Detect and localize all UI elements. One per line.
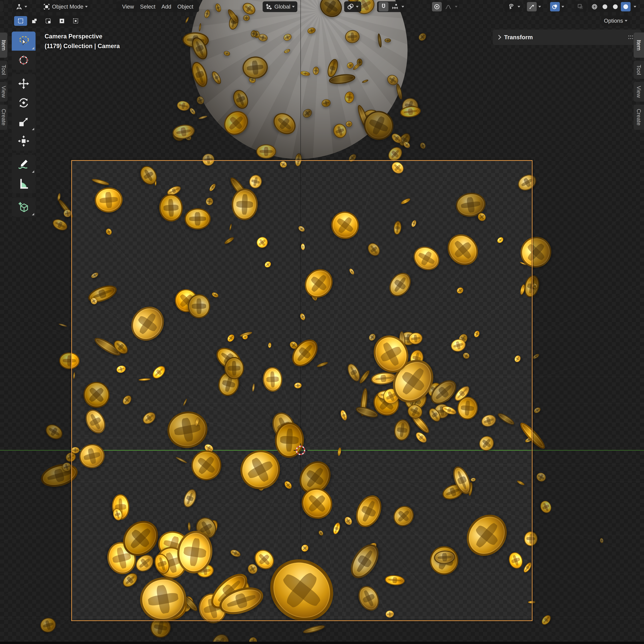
tab-item-left[interactable]: Item bbox=[0, 33, 7, 58]
gold-coin[interactable] bbox=[395, 83, 403, 100]
gold-coin[interactable] bbox=[43, 421, 65, 442]
tab-tool-left[interactable]: Tool bbox=[0, 61, 7, 79]
add-cube-tool[interactable] bbox=[12, 198, 36, 217]
gold-coin[interactable] bbox=[196, 95, 205, 106]
gold-coin[interactable] bbox=[538, 499, 553, 515]
chevron-down-icon bbox=[85, 6, 88, 8]
overlays-toggle-button[interactable] bbox=[550, 2, 560, 11]
annotate-tool[interactable] bbox=[12, 155, 36, 174]
shading-wireframe-button[interactable] bbox=[590, 2, 599, 11]
visibility-dropdown[interactable] bbox=[504, 1, 522, 12]
gold-coin[interactable] bbox=[282, 33, 292, 42]
gold-coin[interactable] bbox=[533, 406, 542, 414]
gold-coin[interactable] bbox=[377, 33, 382, 48]
editor-type-button[interactable] bbox=[13, 1, 30, 12]
tab-view-left[interactable]: View bbox=[0, 82, 7, 102]
gold-coin[interactable] bbox=[243, 15, 250, 21]
snap-toggle-button[interactable] bbox=[379, 2, 388, 11]
gold-coin[interactable] bbox=[241, 55, 269, 80]
editor-bottom-border bbox=[0, 642, 644, 644]
gold-coin[interactable] bbox=[540, 613, 552, 626]
gizmos-toggle-button[interactable] bbox=[527, 2, 537, 11]
camera-frame[interactable] bbox=[71, 160, 532, 621]
cursor-tool[interactable] bbox=[12, 51, 36, 70]
options-dropdown[interactable]: Options bbox=[601, 15, 630, 26]
gold-coin[interactable] bbox=[189, 60, 210, 89]
gold-coin[interactable] bbox=[307, 27, 316, 35]
tab-tool[interactable]: Tool bbox=[634, 61, 644, 79]
menu-view[interactable]: View bbox=[119, 4, 137, 10]
gold-coin[interactable] bbox=[189, 107, 196, 116]
gold-coin[interactable] bbox=[535, 471, 547, 483]
gold-coin[interactable] bbox=[231, 88, 251, 111]
gold-coin[interactable] bbox=[240, 1, 258, 17]
tab-create[interactable]: Create bbox=[634, 105, 644, 130]
select-mode-invert-button[interactable] bbox=[55, 16, 68, 26]
gold-coin[interactable] bbox=[38, 616, 58, 634]
gold-coin[interactable] bbox=[302, 624, 325, 635]
shading-solid-button[interactable] bbox=[600, 2, 610, 11]
menu-select[interactable]: Select bbox=[137, 4, 158, 10]
gold-coin[interactable] bbox=[352, 62, 361, 71]
menu-object[interactable]: Object bbox=[174, 4, 196, 10]
snap-target-icon bbox=[391, 3, 398, 10]
gold-coin[interactable] bbox=[214, 3, 222, 13]
gold-coin[interactable] bbox=[58, 323, 67, 327]
select-mode-extend-button[interactable] bbox=[28, 16, 41, 26]
select-mode-subtract-button[interactable] bbox=[42, 16, 55, 26]
gold-coin[interactable] bbox=[362, 79, 369, 83]
pivot-point-dropdown[interactable] bbox=[344, 1, 361, 12]
gold-coin[interactable] bbox=[345, 121, 353, 127]
gold-coin[interactable] bbox=[176, 100, 191, 112]
gold-coin[interactable] bbox=[199, 23, 202, 31]
gold-coin[interactable] bbox=[204, 9, 211, 19]
gold-coin[interactable] bbox=[344, 91, 355, 104]
tab-view[interactable]: View bbox=[634, 82, 644, 102]
gold-coin[interactable] bbox=[301, 107, 314, 120]
gold-coin[interactable] bbox=[313, 67, 319, 75]
snap-target-button[interactable] bbox=[390, 2, 400, 11]
gold-coin[interactable] bbox=[385, 38, 391, 42]
snapping-controls bbox=[377, 1, 406, 12]
gold-coin[interactable] bbox=[345, 30, 360, 44]
menu-add[interactable]: Add bbox=[158, 4, 174, 10]
left-edge-cropped-tabs: Item Tool View Create bbox=[0, 33, 7, 130]
gold-coin[interactable] bbox=[321, 99, 331, 108]
overlays-controls bbox=[548, 1, 566, 12]
select-mode-intersect-button[interactable] bbox=[69, 16, 82, 26]
gold-coin[interactable] bbox=[223, 50, 231, 57]
gold-coin[interactable] bbox=[185, 17, 190, 23]
select-subtract-icon bbox=[45, 18, 51, 24]
gold-coin[interactable] bbox=[210, 70, 223, 86]
falloff-curve-button[interactable] bbox=[443, 2, 453, 11]
mode-dropdown[interactable]: Object Mode bbox=[40, 1, 90, 12]
gold-coin[interactable] bbox=[419, 142, 427, 150]
tab-item[interactable]: Item bbox=[634, 33, 644, 58]
select-mode-new-button[interactable] bbox=[14, 16, 27, 26]
xray-toggle[interactable] bbox=[574, 1, 587, 12]
shading-material-button[interactable] bbox=[610, 2, 620, 11]
gold-coin[interactable] bbox=[269, 109, 300, 139]
gold-coin[interactable] bbox=[219, 106, 253, 140]
gold-coin[interactable] bbox=[316, 0, 346, 21]
tab-create-left[interactable]: Create bbox=[0, 105, 7, 130]
transform-orientation-dropdown[interactable]: Global bbox=[263, 1, 297, 12]
gold-coin[interactable] bbox=[256, 144, 276, 159]
transform-panel-header[interactable]: Transform bbox=[493, 30, 641, 45]
proportional-editing-button[interactable] bbox=[432, 2, 442, 11]
gold-coin[interactable] bbox=[532, 353, 540, 360]
gold-coin[interactable] bbox=[284, 48, 291, 54]
rotate-tool[interactable] bbox=[12, 93, 36, 112]
gold-coin[interactable] bbox=[51, 217, 69, 233]
cursor-3d-icon bbox=[18, 54, 30, 66]
select-box-tool[interactable] bbox=[12, 32, 36, 51]
gold-coin[interactable] bbox=[417, 32, 428, 42]
gold-coin[interactable] bbox=[198, 115, 208, 120]
transform-tool[interactable] bbox=[12, 131, 36, 151]
shading-rendered-button[interactable] bbox=[621, 2, 631, 11]
measure-tool[interactable] bbox=[12, 174, 36, 193]
gold-coin[interactable] bbox=[600, 538, 604, 543]
move-tool[interactable] bbox=[12, 74, 36, 93]
gold-coin[interactable] bbox=[300, 70, 310, 76]
scale-tool[interactable] bbox=[12, 112, 36, 131]
